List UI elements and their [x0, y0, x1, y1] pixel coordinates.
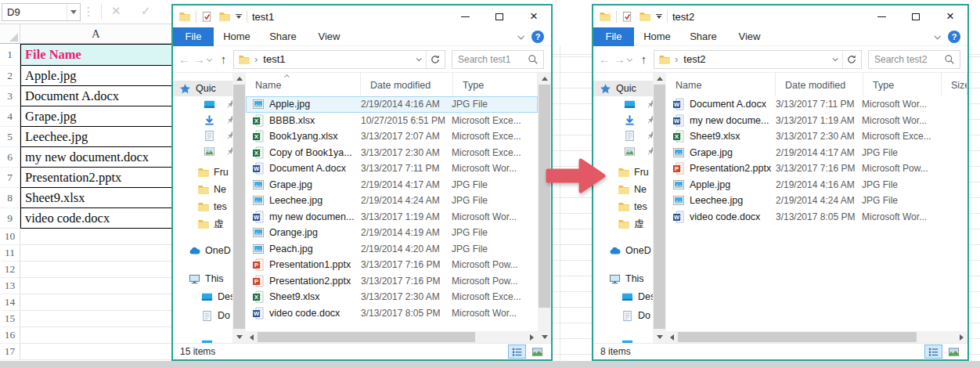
- search-box[interactable]: Search test1: [452, 50, 544, 69]
- file-row-document-a-docx[interactable]: WDocument A.docx3/13/2017 7:11 PMMicroso…: [666, 96, 967, 113]
- sidebar-item[interactable]: [173, 143, 232, 159]
- excel-cell[interactable]: Grape.jpg: [20, 106, 171, 127]
- scroll-up-button[interactable]: [232, 73, 246, 85]
- sidebar-item-do[interactable]: Do: [173, 306, 232, 325]
- cancel-entry-button[interactable]: ✕: [111, 4, 121, 18]
- recent-locations-icon[interactable]: [627, 56, 632, 62]
- scroll-up-button[interactable]: [538, 73, 551, 85]
- help-icon[interactable]: ?: [948, 31, 960, 43]
- customize-quick-access-icon[interactable]: [236, 14, 242, 19]
- help-icon[interactable]: ?: [531, 31, 544, 43]
- up-button[interactable]: ↑: [216, 52, 231, 66]
- scrollbar-thumb[interactable]: [233, 85, 245, 329]
- file-row-leechee-jpg[interactable]: Leechee.jpg2/19/2014 4:24 AMJPG File: [246, 193, 538, 209]
- sidebar-item[interactable]: [173, 128, 232, 143]
- horizontal-scrollbar[interactable]: [246, 331, 538, 343]
- scroll-right-button[interactable]: [526, 331, 538, 343]
- scroll-up-button[interactable]: [653, 73, 666, 85]
- sidebar-item-quic[interactable]: Quic: [173, 81, 232, 96]
- back-button[interactable]: ←: [597, 52, 612, 66]
- refresh-button[interactable]: [426, 51, 445, 68]
- excel-cell[interactable]: [20, 311, 171, 327]
- file-row-bbbb-xlsx[interactable]: XBBBB.xlsx10/27/2015 6:51 PMMicrosoft Ex…: [246, 113, 538, 129]
- scrollbar-thumb[interactable]: [678, 332, 917, 342]
- sidebar-item-oned[interactable]: OneD: [173, 242, 232, 259]
- customize-quick-access-icon[interactable]: [656, 14, 662, 19]
- tab-home[interactable]: Home: [214, 27, 260, 46]
- tab-file[interactable]: File: [173, 27, 214, 46]
- scroll-right-button[interactable]: [956, 331, 967, 343]
- excel-cell[interactable]: File Name: [20, 44, 171, 66]
- sidebar-item-fru[interactable]: Fru: [173, 164, 232, 181]
- sidebar-item-tes[interactable]: tes: [173, 198, 232, 215]
- sidebar-item-des[interactable]: Des: [173, 287, 232, 306]
- sidebar-item-des[interactable]: Des: [593, 287, 653, 306]
- excel-cell[interactable]: [20, 294, 171, 311]
- column-header-date-modified[interactable]: Date modified: [361, 73, 453, 96]
- sidebar-item-quic[interactable]: Quic: [593, 81, 653, 96]
- back-button[interactable]: ←: [177, 52, 192, 66]
- file-row-orange-jpg[interactable]: Orange.jpg2/19/2014 4:19 AMJPG File: [246, 225, 538, 241]
- search-box[interactable]: Search test2: [868, 50, 960, 69]
- properties-icon[interactable]: [201, 10, 214, 23]
- recent-locations-icon[interactable]: [207, 56, 212, 62]
- close-button[interactable]: ×: [517, 5, 551, 27]
- up-button[interactable]: ↑: [636, 52, 651, 66]
- maximize-button[interactable]: [899, 5, 933, 27]
- tab-view[interactable]: View: [726, 27, 773, 46]
- scrollbar-thumb[interactable]: [258, 332, 475, 342]
- file-row-my-new-documen-[interactable]: Wmy new documen...3/13/2017 1:19 AMMicro…: [246, 209, 538, 225]
- file-row-presentation2-pptx[interactable]: PPresentation2.pptx3/13/2017 7:16 PMMicr…: [246, 273, 538, 290]
- sidebar-item-tes[interactable]: tes: [593, 198, 653, 215]
- file-row-apple-jpg[interactable]: Apple.jpg2/19/2014 4:16 AMJPG File: [246, 96, 538, 113]
- new-folder-icon[interactable]: [218, 10, 231, 23]
- refresh-button[interactable]: [842, 51, 861, 68]
- file-row-grape-jpg[interactable]: Grape.jpg2/19/2014 4:17 AMJPG File: [666, 145, 967, 161]
- select-all-corner[interactable]: [0, 24, 20, 43]
- sidebar-item-this[interactable]: This: [173, 270, 232, 287]
- excel-cell[interactable]: Presentation2.pptx: [20, 168, 171, 188]
- nav-pane-scrollbar[interactable]: [653, 73, 666, 343]
- name-box-dropdown[interactable]: [67, 4, 80, 20]
- confirm-entry-button[interactable]: ✓: [141, 4, 151, 18]
- column-header-name[interactable]: Name: [666, 73, 776, 96]
- address-dropdown[interactable]: [827, 57, 842, 61]
- column-header-date-modified[interactable]: Date modified: [776, 73, 863, 96]
- close-button[interactable]: ×: [933, 5, 967, 27]
- excel-cell[interactable]: Sheet9.xlsx: [20, 188, 171, 208]
- excel-cell[interactable]: my new document.docx: [20, 147, 171, 168]
- vertical-scrollbar[interactable]: [538, 73, 551, 343]
- forward-button[interactable]: →: [192, 52, 207, 66]
- tab-share[interactable]: Share: [260, 27, 306, 46]
- excel-cell[interactable]: [20, 262, 171, 278]
- excel-cell[interactable]: [20, 344, 171, 360]
- scroll-down-button[interactable]: [538, 331, 551, 343]
- file-row-video-code-docx[interactable]: Wvideo code.docx3/13/2017 8:05 PMMicroso…: [246, 305, 538, 322]
- column-header-name[interactable]: Name: [246, 73, 361, 96]
- scroll-left-button[interactable]: [666, 331, 678, 343]
- properties-icon[interactable]: [622, 10, 634, 23]
- new-folder-icon[interactable]: [639, 10, 651, 23]
- excel-cell[interactable]: [20, 278, 171, 294]
- details-view-button[interactable]: [508, 345, 526, 359]
- column-header-a[interactable]: A: [20, 24, 171, 43]
- thumbnail-view-button[interactable]: [528, 345, 546, 359]
- title-bar[interactable]: test2 ×: [593, 5, 967, 27]
- details-view-button[interactable]: [924, 345, 942, 359]
- sidebar-item-ne[interactable]: Ne: [173, 181, 232, 198]
- excel-cell[interactable]: Leechee.jpg: [20, 127, 171, 147]
- excel-cell[interactable]: [20, 245, 171, 262]
- maximize-button[interactable]: [482, 5, 517, 27]
- address-bar[interactable]: › test1: [233, 50, 445, 69]
- sidebar-item-oned[interactable]: OneD: [593, 242, 653, 259]
- file-row-peach-jpg[interactable]: Peach.jpg2/19/2014 4:20 AMJPG File: [246, 241, 538, 258]
- sidebar-item[interactable]: [173, 334, 232, 343]
- column-header-type[interactable]: Type: [453, 73, 538, 96]
- excel-cell[interactable]: [20, 229, 171, 245]
- address-bar[interactable]: › test2: [654, 50, 862, 69]
- excel-cell[interactable]: Apple.jpg: [20, 66, 171, 86]
- file-row-document-a-docx[interactable]: WDocument A.docx3/13/2017 7:11 PMMicroso…: [246, 161, 538, 177]
- excel-cell[interactable]: [20, 327, 171, 344]
- file-row-grape-jpg[interactable]: Grape.jpg2/19/2014 4:17 AMJPG File: [246, 177, 538, 193]
- file-row-presentation2-pptx[interactable]: PPresentation2.pptx3/13/2017 7:16 PMMicr…: [666, 161, 967, 177]
